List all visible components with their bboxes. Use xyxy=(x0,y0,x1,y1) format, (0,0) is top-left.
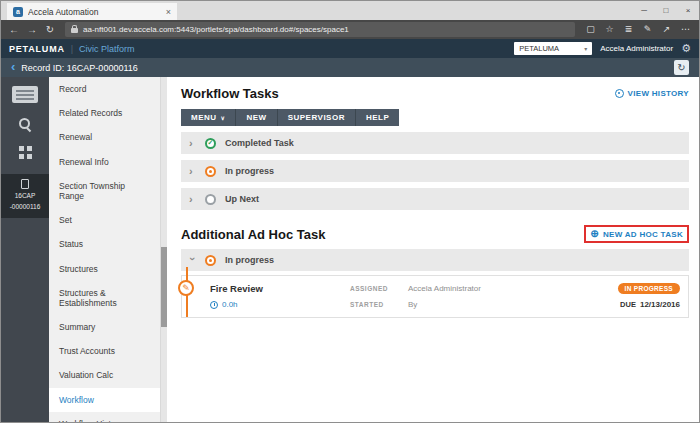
search-icon[interactable] xyxy=(19,118,32,131)
help-button[interactable]: HELP xyxy=(356,109,399,126)
menu-item-workflow[interactable]: Workflow xyxy=(49,388,160,412)
accordion-up-next[interactable]: › Up Next xyxy=(181,188,689,210)
menu-item-section-township-range[interactable]: Section Township Range xyxy=(49,174,160,208)
menu-item-set[interactable]: Set xyxy=(49,208,160,232)
menu-button-label: MENU xyxy=(191,113,217,122)
browser-address-bar: ← → ↻ aa-nft001.dev.accela.com:5443/port… xyxy=(1,20,699,39)
supervisor-button[interactable]: SUPERVISOR xyxy=(278,109,356,126)
task-name[interactable]: Fire Review xyxy=(210,283,350,294)
rail-record-id-line1: 16CAP xyxy=(15,192,36,200)
chevron-right-icon: › xyxy=(189,166,196,177)
menu-item-summary[interactable]: Summary xyxy=(49,315,160,339)
apps-grid-icon[interactable] xyxy=(19,146,32,159)
url-field[interactable]: aa-nft001.dev.accela.com:5443/portlets/s… xyxy=(65,22,575,37)
agency-select[interactable]: PETALUMA ▾ xyxy=(514,42,592,55)
new-adhoc-task-button[interactable]: ⊕ NEW AD HOC TASK xyxy=(590,229,683,239)
accordion-completed-task[interactable]: › ✓ Completed Task xyxy=(181,132,689,154)
menu-item-structures-establishments[interactable]: Structures & Establishments xyxy=(49,281,160,315)
forward-icon[interactable]: → xyxy=(23,20,41,39)
share-icon[interactable]: ↗ xyxy=(657,20,676,39)
accordion-adhoc-in-progress[interactable]: › In progress xyxy=(181,249,689,271)
menu-item-record[interactable]: Record xyxy=(49,77,160,101)
task-row-primary: Fire Review ASSIGNED Accela Administrato… xyxy=(210,283,680,294)
due-label: DUE xyxy=(620,300,636,309)
menu-item-renewal[interactable]: Renewal xyxy=(49,125,160,149)
brand-separator: | xyxy=(71,44,73,54)
user-menu[interactable]: Accela Administrator xyxy=(600,44,673,53)
browser-tab[interactable]: a Accela Automation × xyxy=(7,3,177,20)
tab-close-icon[interactable]: × xyxy=(166,7,171,17)
pencil-icon[interactable]: ✎ xyxy=(178,280,194,296)
task-row-secondary: 0.0h STARTED By DUE 12/13/2016 xyxy=(210,300,680,309)
plus-circle-icon: ⊕ xyxy=(590,229,599,239)
menu-item-related-records[interactable]: Related Records xyxy=(49,101,160,125)
record-nav-menu: Record Related Records Renewal Renewal I… xyxy=(49,77,161,422)
header-right: PETALUMA ▾ Accela Administrator ⚙ xyxy=(514,42,691,55)
view-history-link[interactable]: VIEW HISTORY xyxy=(615,89,689,98)
supervisor-button-label: SUPERVISOR xyxy=(288,113,345,122)
hub-icon[interactable]: ≣ xyxy=(619,20,638,39)
lock-icon xyxy=(71,28,78,33)
reading-view-icon[interactable]: ▢ xyxy=(581,20,600,39)
in-progress-status-icon xyxy=(205,255,216,266)
hours-logged[interactable]: 0.0h xyxy=(210,300,350,309)
started-value: By xyxy=(408,300,620,309)
menu-item-trust-accounts[interactable]: Trust Accounts xyxy=(49,339,160,363)
icon-rail: 16CAP -00000116 xyxy=(1,77,49,422)
due-value: 12/13/2016 xyxy=(640,300,680,309)
view-history-label: VIEW HISTORY xyxy=(628,89,689,98)
more-icon[interactable]: ⋯ xyxy=(676,20,695,39)
annotation-highlight: ⊕ NEW AD HOC TASK xyxy=(584,225,689,243)
chevron-down-icon: ∨ xyxy=(221,114,226,121)
menu-button[interactable]: MENU ∨ xyxy=(181,109,236,126)
up-next-status-icon xyxy=(205,194,216,205)
accordion-in-progress[interactable]: › In progress xyxy=(181,160,689,182)
favorites-icon[interactable]: ☆ xyxy=(600,20,619,39)
maximize-button[interactable]: □ xyxy=(655,6,677,15)
menu-item-renewal-info[interactable]: Renewal Info xyxy=(49,150,160,174)
help-button-label: HELP xyxy=(366,113,389,122)
assigned-value: Accela Administrator xyxy=(408,284,618,293)
new-adhoc-task-label: NEW AD HOC TASK xyxy=(603,230,683,239)
clock-icon xyxy=(210,301,218,309)
window-controls: ─ □ × xyxy=(633,1,699,20)
back-icon[interactable]: ← xyxy=(5,20,23,39)
web-note-icon[interactable]: ✎ xyxy=(638,20,657,39)
menu-icon[interactable] xyxy=(12,86,38,103)
adhoc-header: Additional Ad Hoc Task ⊕ NEW AD HOC TASK xyxy=(181,225,689,243)
product-name: Civic Platform xyxy=(79,44,135,54)
page-title: Workflow Tasks xyxy=(181,86,279,101)
url-text: aa-nft001.dev.accela.com:5443/portlets/s… xyxy=(83,25,349,34)
status-badge: IN PROGRESS xyxy=(618,283,680,294)
menu-item-status[interactable]: Status xyxy=(49,232,160,256)
history-icon xyxy=(615,89,624,98)
started-label: STARTED xyxy=(350,301,408,308)
menu-item-structures[interactable]: Structures xyxy=(49,257,160,281)
refresh-icon[interactable]: ↻ xyxy=(41,20,59,39)
workflow-toolbar: MENU ∨ NEW SUPERVISOR HELP xyxy=(181,109,399,126)
menu-item-workflow-history[interactable]: Workflow History xyxy=(49,412,160,422)
page-refresh-button[interactable]: ↻ xyxy=(674,60,689,75)
due-date: DUE 12/13/2016 xyxy=(620,300,680,309)
browser-window: a Accela Automation × ─ □ × ← → ↻ aa-nft… xyxy=(0,0,700,423)
agency-select-value: PETALUMA xyxy=(519,44,559,53)
tab-title: Accela Automation xyxy=(28,7,161,17)
close-button[interactable]: × xyxy=(677,6,699,15)
adhoc-title: Additional Ad Hoc Task xyxy=(181,227,325,242)
adhoc-task-card[interactable]: ✎ Fire Review ASSIGNED Accela Administra… xyxy=(181,275,689,318)
accordion-label: Completed Task xyxy=(225,138,294,148)
hours-value: 0.0h xyxy=(222,300,238,309)
app-header: PETALUMA | Civic Platform PETALUMA ▾ Acc… xyxy=(1,39,699,58)
back-chevron-icon[interactable]: ‹ xyxy=(11,60,15,73)
workflow-content: Workflow Tasks VIEW HISTORY MENU ∨ NEW S… xyxy=(167,77,699,422)
gear-icon[interactable]: ⚙ xyxy=(681,43,691,54)
accela-favicon-icon: a xyxy=(13,7,23,17)
main-body: 16CAP -00000116 Record Related Records R… xyxy=(1,77,699,422)
assigned-label: ASSIGNED xyxy=(350,285,408,292)
chevron-right-icon: › xyxy=(189,138,196,149)
accordion-label: Up Next xyxy=(225,194,259,204)
menu-item-valuation-calc[interactable]: Valuation Calc xyxy=(49,363,160,387)
minimize-button[interactable]: ─ xyxy=(633,6,655,15)
new-button[interactable]: NEW xyxy=(236,109,277,126)
rail-record-tab[interactable]: 16CAP -00000116 xyxy=(1,174,49,218)
